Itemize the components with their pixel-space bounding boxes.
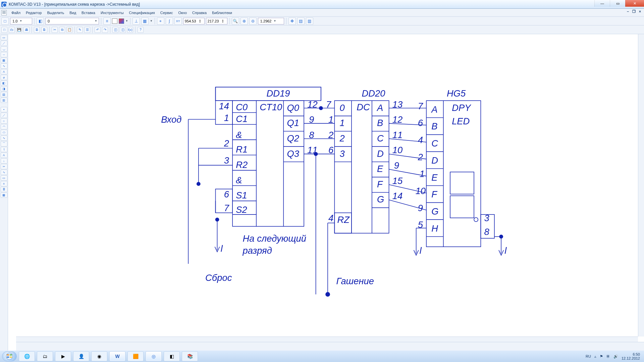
- zoom-in-button[interactable]: ⊕: [240, 17, 248, 25]
- tool-l[interactable]: ⌇: [1, 147, 7, 152]
- taskbar-chrome[interactable]: ◉: [91, 351, 107, 361]
- copy-button[interactable]: ⧉: [59, 27, 65, 33]
- tool-line[interactable]: ／: [1, 41, 7, 46]
- taskbar-app3[interactable]: ◧: [164, 351, 180, 361]
- taskbar-media[interactable]: ▶: [55, 351, 71, 361]
- tool-f[interactable]: ／: [1, 113, 7, 118]
- taskbar-explorer[interactable]: 🗂: [37, 351, 53, 361]
- tray-network-icon[interactable]: ⛨: [606, 354, 610, 358]
- mdi-close-button[interactable]: ×: [638, 10, 642, 14]
- help-button[interactable]: ?: [138, 27, 144, 33]
- snap-button[interactable]: ⌖: [157, 17, 164, 25]
- window-close-button[interactable]: ✕: [625, 0, 644, 7]
- tray-action-center-icon[interactable]: ⚑: [600, 354, 603, 359]
- start-button[interactable]: [2, 351, 17, 361]
- tool-g[interactable]: ○: [1, 118, 7, 124]
- xy-button[interactable]: XY: [174, 17, 182, 25]
- line-style-button[interactable]: ≡: [103, 17, 111, 25]
- snap2-button[interactable]: ∫: [166, 17, 173, 25]
- tool-k[interactable]: ⌒: [1, 141, 7, 146]
- horizontal-scrollbar[interactable]: [16, 337, 638, 342]
- doc2-button[interactable]: 🗎: [41, 27, 47, 33]
- vertical-scrollbar[interactable]: [638, 34, 644, 337]
- tray-clock[interactable]: 6:50 12.12.2012: [622, 352, 642, 360]
- taskbar-ie[interactable]: 🌐: [19, 351, 35, 361]
- dropdown-icon[interactable]: ▼: [125, 19, 128, 22]
- tool-e[interactable]: •: [1, 107, 7, 112]
- cut-button[interactable]: ✂: [52, 27, 58, 33]
- tool-h[interactable]: ◠: [1, 124, 7, 129]
- menu-insert[interactable]: Вставка: [79, 10, 98, 16]
- tray-flag-icon[interactable]: ▵: [594, 354, 596, 359]
- props-button[interactable]: ☰: [84, 27, 90, 33]
- tool-sym[interactable]: ⌀: [1, 75, 7, 80]
- fx-button[interactable]: f(x): [127, 27, 133, 33]
- taskbar-app1[interactable]: 👤: [73, 351, 89, 361]
- tool-hatch[interactable]: ▦: [1, 58, 7, 63]
- tool-o[interactable]: ✂: [1, 164, 7, 169]
- tool-c[interactable]: ▤: [1, 92, 7, 97]
- a1-button[interactable]: ◫: [112, 27, 118, 33]
- tool-arc[interactable]: ◡: [1, 46, 7, 52]
- zoom-combo[interactable]: 1.2962▼: [258, 18, 284, 24]
- menu-window[interactable]: Окно: [175, 10, 190, 16]
- tool-b[interactable]: ◨: [1, 86, 7, 92]
- new-button[interactable]: □: [1, 17, 9, 25]
- tool-q[interactable]: ▭: [1, 175, 7, 181]
- window-maximize-button[interactable]: ▭: [610, 0, 625, 7]
- doc1-button[interactable]: 🗎: [34, 27, 40, 33]
- tool-r[interactable]: ≡: [1, 181, 7, 186]
- window-minimize-button[interactable]: —: [594, 0, 610, 7]
- tool-j[interactable]: ∿: [1, 135, 7, 141]
- menu-select[interactable]: Выделить: [44, 10, 67, 16]
- dropdown-icon[interactable]: ▼: [150, 19, 153, 22]
- tool-m[interactable]: A: [1, 153, 7, 158]
- undo-button[interactable]: ↶: [95, 27, 101, 33]
- save-button[interactable]: 💾: [16, 27, 22, 33]
- tool-t[interactable]: ▦: [1, 192, 7, 198]
- ortho-button[interactable]: ⊥: [132, 17, 140, 25]
- taskbar-word[interactable]: W: [109, 351, 125, 361]
- taskbar-app2[interactable]: 🟧: [127, 351, 144, 361]
- tool-d[interactable]: ▥: [1, 98, 7, 103]
- color-swatch[interactable]: [119, 18, 124, 24]
- a2-button[interactable]: ◫: [120, 27, 126, 33]
- drawing-canvas[interactable]: DD19 DD20 HG5 CT10 DC DPY LED Вход На сл…: [8, 34, 644, 351]
- new2-button[interactable]: □: [1, 27, 7, 33]
- coord-x-input[interactable]: [184, 19, 199, 23]
- tool-text[interactable]: A: [1, 69, 7, 74]
- grid-button[interactable]: ▦: [141, 17, 149, 25]
- layer-combo[interactable]: 0▼: [45, 18, 99, 24]
- mdi-restore-button[interactable]: ❐: [632, 10, 636, 14]
- menu-tools[interactable]: Инструменты: [98, 10, 126, 16]
- tool-s[interactable]: ≣: [1, 187, 7, 192]
- coord-y-input[interactable]: [207, 19, 222, 23]
- tool-i[interactable]: ⬭: [1, 130, 7, 135]
- bgcolor-swatch[interactable]: [112, 18, 117, 24]
- tray-lang[interactable]: RU: [586, 354, 591, 358]
- menu-spec[interactable]: Спецификация: [126, 10, 158, 16]
- pan-button[interactable]: ✥: [288, 17, 296, 25]
- taskbar-kompas[interactable]: ◎: [146, 351, 162, 361]
- tool-pointer[interactable]: ▭: [1, 35, 7, 40]
- menu-file[interactable]: Файл: [9, 10, 23, 16]
- coord-y-field[interactable]: ▲▼: [206, 18, 227, 24]
- paste-button[interactable]: 📋: [66, 27, 72, 33]
- brush-button[interactable]: ✎: [77, 27, 83, 33]
- tool-p[interactable]: ∿: [1, 170, 7, 175]
- menu-libs[interactable]: Библиотеки: [209, 10, 235, 16]
- tray-volume-icon[interactable]: 🔊: [613, 354, 618, 359]
- menu-service[interactable]: Сервис: [158, 10, 176, 16]
- zoom-window-button[interactable]: 🔍: [232, 17, 239, 25]
- coord-x-field[interactable]: ▲▼: [183, 18, 205, 24]
- tool-n[interactable]: ⟂: [1, 158, 7, 164]
- mdi-minimize-button[interactable]: –: [626, 10, 630, 14]
- menu-help[interactable]: Справка: [190, 10, 209, 16]
- tool-dim[interactable]: ↔: [1, 52, 7, 57]
- menu-editor[interactable]: Редактор: [23, 10, 44, 16]
- view1-button[interactable]: ▤: [297, 17, 305, 25]
- tool-a[interactable]: ◧: [1, 80, 7, 86]
- taskbar-winrar[interactable]: 📚: [182, 351, 198, 361]
- print-button[interactable]: 🖶: [23, 27, 30, 33]
- view2-button[interactable]: ▥: [306, 17, 313, 25]
